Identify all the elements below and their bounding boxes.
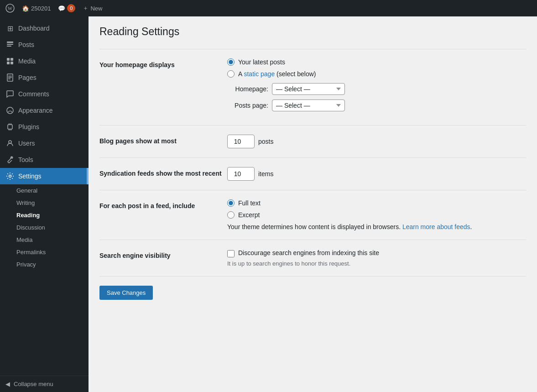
search-visibility-help: It is up to search engines to honor this… xyxy=(227,260,526,267)
search-visibility-checkbox-option[interactable]: Discourage search engines from indexing … xyxy=(227,249,526,257)
svg-rect-2 xyxy=(7,42,13,43)
comment-icon: 💬 xyxy=(58,5,65,12)
feed-description: Your theme determines how content is dis… xyxy=(227,223,526,230)
site-name[interactable]: 🏠 250201 xyxy=(22,5,51,12)
divider-1 xyxy=(99,125,526,125)
search-visibility-checkbox[interactable] xyxy=(227,250,235,257)
svg-rect-6 xyxy=(10,58,13,61)
submenu-discussion[interactable]: Discussion xyxy=(0,221,89,234)
feed-content-control: Full text Excerpt Your theme determines … xyxy=(227,199,526,230)
search-visibility-label: Search engine visibility xyxy=(99,249,227,261)
pages-icon xyxy=(5,73,15,82)
static-page-link[interactable]: static page xyxy=(244,70,275,78)
submenu-media[interactable]: Media xyxy=(0,234,89,246)
static-page-radio[interactable] xyxy=(227,70,235,78)
full-text-label: Full text xyxy=(238,199,261,207)
home-icon: 🏠 xyxy=(22,5,29,12)
blog-pages-row: Blog pages show at most 10 posts xyxy=(99,127,526,156)
sidebar-item-plugins[interactable]: Plugins xyxy=(0,119,89,135)
submenu-reading[interactable]: Reading xyxy=(0,209,89,221)
sidebar: ⊞ Dashboard Posts xyxy=(0,16,89,392)
radio-latest-posts[interactable]: Your latest posts xyxy=(227,58,526,66)
settings-submenu: General Writing Reading Discussion Media… xyxy=(0,184,89,271)
svg-rect-8 xyxy=(10,62,13,64)
homepage-select[interactable]: — Select — xyxy=(272,83,345,95)
save-changes-button[interactable]: Save Changes xyxy=(99,286,153,300)
users-icon xyxy=(5,139,15,148)
posts-icon xyxy=(5,40,15,49)
sidebar-item-media[interactable]: Media xyxy=(0,53,89,69)
search-visibility-control: Discourage search engines from indexing … xyxy=(227,249,526,267)
svg-text:W: W xyxy=(8,5,13,11)
sidebar-item-posts[interactable]: Posts xyxy=(0,37,89,53)
homepage-select-label: Homepage: xyxy=(227,85,268,93)
dashboard-icon: ⊞ xyxy=(5,24,15,33)
sidebar-item-pages[interactable]: Pages xyxy=(0,69,89,86)
collapse-icon: ◀ xyxy=(5,381,10,387)
radio-full-text[interactable]: Full text xyxy=(227,199,526,207)
posts-page-select-row: Posts page: — Select — xyxy=(227,99,526,111)
page-title: Reading Settings xyxy=(99,26,526,38)
appearance-icon xyxy=(5,106,15,115)
media-icon xyxy=(5,57,15,66)
learn-more-link[interactable]: Learn more about feeds xyxy=(402,223,470,230)
topbar: W 🏠 250201 💬 0 ＋ New xyxy=(0,0,537,16)
submenu-writing[interactable]: Writing xyxy=(0,197,89,209)
tools-icon xyxy=(5,155,15,164)
sidebar-item-appearance[interactable]: Appearance xyxy=(0,102,89,119)
posts-page-select-label: Posts page: xyxy=(227,102,268,109)
svg-rect-12 xyxy=(8,78,10,79)
svg-rect-7 xyxy=(7,62,10,64)
submenu-privacy[interactable]: Privacy xyxy=(0,258,89,271)
search-visibility-row: Search engine visibility Discourage sear… xyxy=(99,242,526,274)
sidebar-item-dashboard[interactable]: ⊞ Dashboard xyxy=(0,20,89,37)
syndication-feeds-input[interactable]: 10 xyxy=(227,167,255,181)
svg-rect-4 xyxy=(7,46,11,47)
static-page-label: A static page (select below) xyxy=(238,70,316,78)
new-content-button[interactable]: ＋ New xyxy=(83,4,102,12)
blog-pages-label: Blog pages show at most xyxy=(99,135,227,146)
latest-posts-radio[interactable] xyxy=(227,58,235,66)
svg-rect-10 xyxy=(8,76,12,77)
blog-pages-input[interactable]: 10 xyxy=(227,135,255,148)
submenu-general[interactable]: General xyxy=(0,184,89,197)
svg-point-16 xyxy=(9,175,11,178)
feed-content-row: For each post in a feed, include Full te… xyxy=(99,192,526,238)
blog-pages-unit: posts xyxy=(258,138,273,145)
svg-rect-5 xyxy=(7,58,10,61)
collapse-menu-button[interactable]: ◀ Collapse menu xyxy=(0,376,89,392)
svg-point-15 xyxy=(9,141,11,143)
search-visibility-checkbox-label: Discourage search engines from indexing … xyxy=(238,249,379,256)
sidebar-menu: ⊞ Dashboard Posts xyxy=(0,16,89,376)
svg-rect-11 xyxy=(8,77,12,78)
posts-page-select[interactable]: — Select — xyxy=(272,99,345,111)
syndication-feeds-label: Syndication feeds show the most recent xyxy=(99,167,227,178)
excerpt-label: Excerpt xyxy=(238,211,260,219)
excerpt-radio[interactable] xyxy=(227,211,235,219)
form-actions: Save Changes xyxy=(99,278,526,300)
divider-5 xyxy=(99,276,526,277)
homepage-displays-row: Your homepage displays Your latest posts… xyxy=(99,51,526,123)
comments-link[interactable]: 💬 0 xyxy=(58,4,75,12)
sidebar-item-tools[interactable]: Tools xyxy=(0,152,89,168)
full-text-radio[interactable] xyxy=(227,199,235,207)
homepage-select-row: Homepage: — Select — xyxy=(227,83,526,95)
syndication-feeds-unit: items xyxy=(258,170,273,178)
sidebar-item-comments[interactable]: Comments xyxy=(0,86,89,102)
syndication-feeds-control: 10 items xyxy=(227,167,526,181)
sidebar-item-users[interactable]: Users xyxy=(0,135,89,152)
syndication-input-row: 10 items xyxy=(227,167,526,181)
submenu-permalinks[interactable]: Permalinks xyxy=(0,246,89,258)
settings-icon xyxy=(5,172,15,181)
comments-icon xyxy=(5,89,15,99)
radio-excerpt[interactable]: Excerpt xyxy=(227,211,526,219)
homepage-displays-label: Your homepage displays xyxy=(99,58,227,70)
divider-top xyxy=(99,49,526,49)
feed-content-label: For each post in a feed, include xyxy=(99,199,227,211)
syndication-feeds-row: Syndication feeds show the most recent 1… xyxy=(99,160,526,188)
sidebar-item-settings[interactable]: Settings xyxy=(0,168,89,184)
blog-pages-input-row: 10 posts xyxy=(227,135,526,148)
homepage-displays-control: Your latest posts A static page (select … xyxy=(227,58,526,116)
latest-posts-label: Your latest posts xyxy=(238,58,285,66)
radio-static-page[interactable]: A static page (select below) xyxy=(227,70,526,78)
